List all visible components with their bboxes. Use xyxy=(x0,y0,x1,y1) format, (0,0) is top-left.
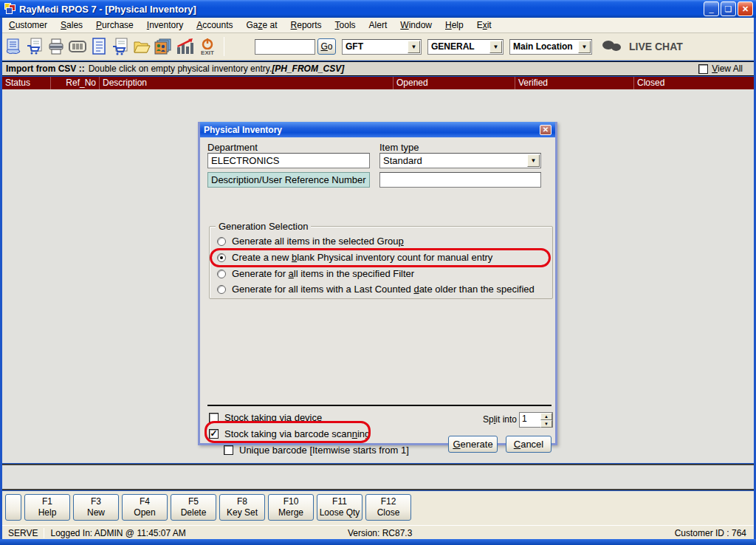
fn-label: Delete xyxy=(181,507,207,518)
minimize-button[interactable]: _ xyxy=(704,1,719,16)
f3-new-button[interactable]: F3 New xyxy=(73,494,119,521)
radio-icon[interactable] xyxy=(217,253,226,262)
dialog-close-icon[interactable]: ✕ xyxy=(540,125,551,135)
menu-accounts[interactable]: Accounts xyxy=(190,18,239,32)
quick-search-input[interactable] xyxy=(255,39,315,55)
stock-barcode-checkbox[interactable]: ✓ xyxy=(209,429,219,439)
menu-reports[interactable]: Reports xyxy=(284,18,329,32)
purchase-cart-icon[interactable] xyxy=(109,35,131,58)
item-type-label: Item type xyxy=(379,142,419,153)
live-chat-label: LIVE CHAT xyxy=(629,41,683,52)
version-label: Version: RC87.3 xyxy=(348,528,412,538)
reference-label-button[interactable]: Description/User Reference Number xyxy=(207,172,370,188)
option-blank-manual-entry[interactable]: Create a new blank Physical inventory co… xyxy=(217,252,492,263)
f10-merge-button[interactable]: F10 Merge xyxy=(268,494,314,521)
f8-key-set-button[interactable]: F8 Key Set xyxy=(219,494,265,521)
column-closed[interactable]: Closed xyxy=(634,77,754,89)
menu-tools[interactable]: Tools xyxy=(329,18,362,32)
radio-icon[interactable] xyxy=(217,237,226,246)
live-chat-button[interactable]: LIVE CHAT xyxy=(602,40,683,53)
menu-exit[interactable]: Exit xyxy=(470,18,498,32)
fn-label: New xyxy=(87,507,105,518)
spin-down-icon[interactable]: ▼ xyxy=(540,420,552,428)
chevron-down-icon[interactable]: ▼ xyxy=(578,41,591,53)
function-key-bar: F1 Help F3 New F4 Open F5 Delete F8 Key … xyxy=(2,491,754,525)
f12-close-button[interactable]: F12 Close xyxy=(365,494,411,521)
fn-key: F5 xyxy=(188,496,199,507)
chevron-down-icon[interactable]: ▼ xyxy=(489,41,502,53)
view-all-control[interactable]: View All xyxy=(698,64,743,74)
barcode-icon[interactable] xyxy=(66,35,88,58)
unique-barcode-checkbox[interactable] xyxy=(224,445,233,455)
department-input[interactable] xyxy=(207,153,370,168)
app-window: RayMedi RPOS 7 - [Physical Inventory] _ … xyxy=(0,0,756,545)
menu-purchase[interactable]: Purchase xyxy=(89,18,140,32)
location-combobox[interactable]: Main Location ▼ xyxy=(509,39,592,55)
dialog-divider xyxy=(207,405,551,406)
menu-alert[interactable]: Alert xyxy=(362,18,394,32)
sales-cart-icon[interactable] xyxy=(24,35,45,58)
split-into-spinner[interactable]: 1 ▲ ▼ xyxy=(519,412,553,428)
department-label: Department xyxy=(207,142,258,153)
f5-delete-button[interactable]: F5 Delete xyxy=(171,494,216,521)
view-all-label: View All xyxy=(712,64,743,74)
unique-barcode-control[interactable]: Unique barcode [Itemwise starts from 1] xyxy=(224,445,409,456)
column-description[interactable]: Description xyxy=(100,77,394,89)
split-into-label: Split into xyxy=(483,414,517,425)
import-csv-hint: Double click on empty physical inventory… xyxy=(89,64,272,74)
split-into-value: 1 xyxy=(520,413,540,427)
option-last-counted-date[interactable]: Generate for all items with a Last Count… xyxy=(217,284,535,295)
radio-icon[interactable] xyxy=(217,285,226,294)
stock-device-label: Stock taking via device xyxy=(224,412,322,423)
column-ref-no[interactable]: Ref_No xyxy=(51,77,100,89)
logged-in-status: Logged In: ADMIN @ 11:45:07 AM xyxy=(50,528,185,538)
fn-spacer-button[interactable] xyxy=(5,494,21,521)
f1-help-button[interactable]: F1 Help xyxy=(24,494,70,521)
fn-key: F1 xyxy=(42,496,52,507)
cancel-button[interactable]: Cancel xyxy=(506,436,551,453)
menu-window[interactable]: Window xyxy=(394,18,439,32)
generation-selection-legend: Generation Selection xyxy=(216,221,311,232)
unique-barcode-label: Unique barcode [Itemwise starts from 1] xyxy=(239,445,409,456)
restore-button[interactable]: ❏ xyxy=(721,1,736,16)
menu-customer[interactable]: Customer xyxy=(2,18,54,32)
spin-up-icon[interactable]: ▲ xyxy=(540,413,552,420)
option-generate-group[interactable]: Generate all items in the selected Group xyxy=(217,236,404,247)
document-icon[interactable] xyxy=(88,35,109,58)
menu-gaze-at[interactable]: Gaze at xyxy=(240,18,284,32)
gallery-icon[interactable] xyxy=(152,35,173,58)
stock-device-control[interactable]: Stock taking via device xyxy=(209,412,322,423)
menu-inventory[interactable]: Inventory xyxy=(140,18,190,32)
stock-barcode-control[interactable]: ✓ Stock taking via barcode scanning xyxy=(209,428,370,439)
item-type-combobox[interactable]: Standard ▼ xyxy=(379,153,541,168)
location-value: Main Location xyxy=(510,41,577,52)
f4-open-button[interactable]: F4 Open xyxy=(122,494,168,521)
dialog-title-bar[interactable]: Physical Inventory ✕ xyxy=(200,122,555,137)
window-title: RayMedi RPOS 7 - [Physical Inventory] xyxy=(19,4,196,15)
reference-input[interactable] xyxy=(379,172,541,188)
chart-icon[interactable] xyxy=(173,35,195,58)
generate-button[interactable]: Generate xyxy=(448,436,498,453)
stock-device-checkbox[interactable] xyxy=(209,413,219,422)
import-csv-bar: Import from CSV :: Double click on empty… xyxy=(2,61,754,76)
go-button[interactable]: Go xyxy=(317,38,336,55)
option-label: Generate all items in the selected Group xyxy=(232,236,404,247)
chevron-down-icon[interactable]: ▼ xyxy=(527,154,540,167)
menu-help[interactable]: Help xyxy=(439,18,470,32)
column-status[interactable]: Status xyxy=(2,77,51,89)
folder-open-icon[interactable] xyxy=(131,35,152,58)
printer-icon[interactable] xyxy=(45,35,66,58)
radio-icon[interactable] xyxy=(217,270,226,278)
close-button[interactable]: ✕ xyxy=(738,1,753,16)
group-combobox[interactable]: GENERAL ▼ xyxy=(427,39,504,55)
option-specified-filter[interactable]: Generate for all items in the specified … xyxy=(217,268,414,279)
billing-icon[interactable] xyxy=(2,35,24,58)
chevron-down-icon[interactable]: ▼ xyxy=(408,41,420,53)
view-all-checkbox[interactable] xyxy=(698,64,708,74)
menu-sales[interactable]: Sales xyxy=(54,18,89,32)
exit-button[interactable]: EXIT xyxy=(195,35,220,58)
f11-loose-qty-button[interactable]: F11 Loose Qty xyxy=(317,494,362,521)
column-opened[interactable]: Opened xyxy=(394,77,515,89)
company-combobox[interactable]: GFT ▼ xyxy=(342,39,422,55)
column-verified[interactable]: Verified xyxy=(515,77,634,89)
